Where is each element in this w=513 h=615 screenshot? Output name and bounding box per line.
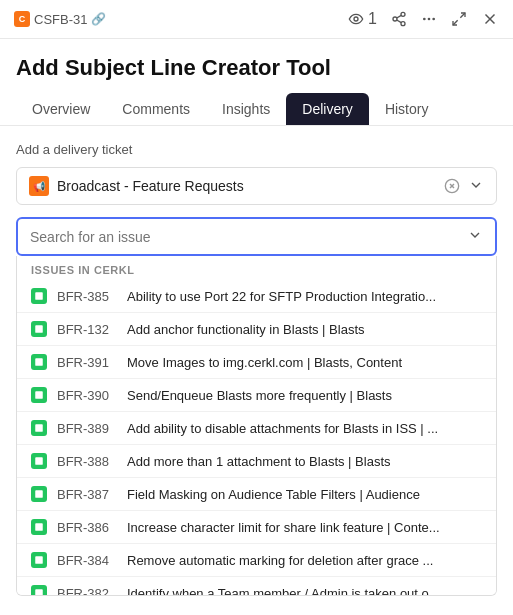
watch-count: 1 xyxy=(368,10,377,28)
section-label: Add a delivery ticket xyxy=(16,142,497,157)
list-item[interactable]: BFR-384Remove automatic marking for dele… xyxy=(17,544,496,577)
svg-point-6 xyxy=(423,18,426,21)
list-item[interactable]: BFR-382Identify when a Team member / Adm… xyxy=(17,577,496,596)
svg-point-2 xyxy=(393,17,397,21)
svg-rect-16 xyxy=(35,292,43,300)
delivery-content: Add a delivery ticket 📢 Broadcast - Feat… xyxy=(0,126,513,612)
search-container[interactable] xyxy=(16,217,497,256)
svg-line-9 xyxy=(460,13,465,18)
issue-id: BFR-391 xyxy=(57,355,117,370)
list-item[interactable]: BFR-387Field Masking on Audience Table F… xyxy=(17,478,496,511)
issue-id: BFR-384 xyxy=(57,553,117,568)
issue-title: Add anchor functionality in Blasts | Bla… xyxy=(127,322,365,337)
broadcast-label: Broadcast - Feature Requests xyxy=(57,178,436,194)
close-button[interactable] xyxy=(481,10,499,28)
issue-title: Increase character limit for share link … xyxy=(127,520,440,535)
svg-rect-21 xyxy=(35,457,43,465)
issue-icon xyxy=(31,453,47,469)
tab-insights[interactable]: Insights xyxy=(206,93,286,125)
dropdown-section-header: ISSUES IN CERKL xyxy=(17,256,496,280)
issue-icon xyxy=(31,354,47,370)
svg-point-1 xyxy=(401,12,405,16)
page-title: Add Subject Line Creator Tool xyxy=(0,39,513,93)
issue-type-icon: C xyxy=(14,11,30,27)
svg-rect-25 xyxy=(35,589,43,596)
svg-rect-18 xyxy=(35,358,43,366)
list-item[interactable]: BFR-388Add more than 1 attachment to Bla… xyxy=(17,445,496,478)
issue-id: BFR-382 xyxy=(57,586,117,597)
issue-id-badge: C CSFB-31 🔗 xyxy=(14,11,106,27)
issue-icon xyxy=(31,420,47,436)
issue-icon xyxy=(31,552,47,568)
issues-dropdown: ISSUES IN CERKL BFR-385Ability to use Po… xyxy=(16,256,497,596)
issue-title: Add ability to disable attachments for B… xyxy=(127,421,438,436)
list-item[interactable]: BFR-389Add ability to disable attachment… xyxy=(17,412,496,445)
svg-rect-17 xyxy=(35,325,43,333)
issue-id: BFR-385 xyxy=(57,289,117,304)
issue-id: BFR-387 xyxy=(57,487,117,502)
issue-id: BFR-390 xyxy=(57,388,117,403)
list-item[interactable]: BFR-391Move Images to img.cerkl.com | Bl… xyxy=(17,346,496,379)
svg-rect-23 xyxy=(35,523,43,531)
svg-rect-20 xyxy=(35,424,43,432)
issue-icon xyxy=(31,486,47,502)
svg-point-3 xyxy=(401,22,405,26)
issue-id: BFR-388 xyxy=(57,454,117,469)
issue-title: Identify when a Team member / Admin is t… xyxy=(127,586,440,597)
watch-button[interactable]: 1 xyxy=(348,10,377,28)
svg-rect-22 xyxy=(35,490,43,498)
list-item[interactable]: BFR-385Ability to use Port 22 for SFTP P… xyxy=(17,280,496,313)
svg-rect-24 xyxy=(35,556,43,564)
tab-overview[interactable]: Overview xyxy=(16,93,106,125)
issue-title: Move Images to img.cerkl.com | Blasts, C… xyxy=(127,355,402,370)
svg-point-7 xyxy=(428,18,431,21)
issue-icon xyxy=(31,585,47,596)
tab-delivery[interactable]: Delivery xyxy=(286,93,369,125)
search-chevron-icon xyxy=(467,227,483,246)
issue-title: Send/Enqueue Blasts more frequently | Bl… xyxy=(127,388,392,403)
issue-icon xyxy=(31,387,47,403)
issue-title: Add more than 1 attachment to Blasts | B… xyxy=(127,454,391,469)
clear-button[interactable] xyxy=(444,178,460,194)
issue-title: Field Masking on Audience Table Filters … xyxy=(127,487,420,502)
issue-title: Remove automatic marking for deletion af… xyxy=(127,553,433,568)
issue-id-text: CSFB-31 xyxy=(34,12,87,27)
top-bar-actions: 1 xyxy=(348,10,499,28)
broadcast-selector[interactable]: 📢 Broadcast - Feature Requests xyxy=(16,167,497,205)
issue-id: BFR-132 xyxy=(57,322,117,337)
issue-icon xyxy=(31,321,47,337)
top-bar: C CSFB-31 🔗 1 xyxy=(0,0,513,39)
svg-line-4 xyxy=(397,20,402,23)
expand-button[interactable] xyxy=(451,11,467,27)
svg-line-10 xyxy=(453,20,458,25)
broadcast-icon: 📢 xyxy=(29,176,49,196)
dropdown-chevron-icon[interactable] xyxy=(468,177,484,196)
issue-icon xyxy=(31,288,47,304)
issue-id: BFR-386 xyxy=(57,520,117,535)
link-icon[interactable]: 🔗 xyxy=(91,12,106,26)
svg-point-8 xyxy=(432,18,435,21)
issue-id: BFR-389 xyxy=(57,421,117,436)
share-button[interactable] xyxy=(391,11,407,27)
issue-icon xyxy=(31,519,47,535)
list-item[interactable]: BFR-390Send/Enqueue Blasts more frequent… xyxy=(17,379,496,412)
list-item[interactable]: BFR-386Increase character limit for shar… xyxy=(17,511,496,544)
tab-comments[interactable]: Comments xyxy=(106,93,206,125)
svg-line-5 xyxy=(397,15,402,18)
issue-title: Ability to use Port 22 for SFTP Producti… xyxy=(127,289,436,304)
list-item[interactable]: BFR-132Add anchor functionality in Blast… xyxy=(17,313,496,346)
svg-point-0 xyxy=(354,17,358,21)
more-button[interactable] xyxy=(421,11,437,27)
broadcast-actions xyxy=(444,177,484,196)
svg-rect-19 xyxy=(35,391,43,399)
tab-history[interactable]: History xyxy=(369,93,445,125)
search-input[interactable] xyxy=(30,229,467,245)
tabs: Overview Comments Insights Delivery Hist… xyxy=(0,93,513,126)
